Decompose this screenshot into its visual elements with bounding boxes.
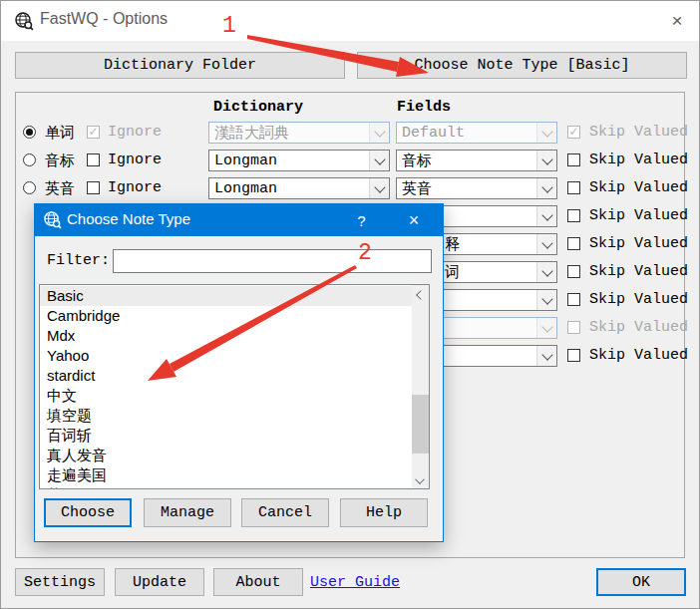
list-item[interactable]: Cambridge [40,306,412,326]
uk-audio-radio-label[interactable]: 英音 [45,179,75,198]
fields-value: 英音 [402,179,432,198]
ignore-checkbox[interactable]: ✓ [87,126,100,139]
window-close-icon[interactable]: × [663,7,691,35]
ignore-label[interactable]: Ignore [108,152,162,168]
phonetic-radio[interactable] [23,153,36,166]
dialog-help-icon[interactable]: ? [339,204,384,236]
fields-value: 音标 [402,152,432,170]
settings-button[interactable]: Settings [15,568,105,596]
choose-note-type-dialog: Choose Note Type ? × Filter: Basic Cambr… [34,203,444,542]
dictionary-combobox[interactable]: 漢語大詞典 [208,122,390,144]
note-type-listbox[interactable]: Basic Cambridge Mdx Yahoo stardict 中文 填空… [39,284,430,489]
skip-valued-checkbox[interactable] [567,265,580,278]
ignore-label[interactable]: Ignore [108,124,162,141]
phonetic-radio-label[interactable]: 音标 [45,152,75,170]
dictionary-value: Longman [214,152,277,169]
skip-valued-checkbox[interactable] [567,293,580,306]
chevron-down-icon [536,290,556,310]
titlebar: FastWQ - Options × [1,1,699,41]
ignore-checkbox[interactable] [87,153,100,166]
scroll-down-icon[interactable] [412,471,429,488]
list-item[interactable]: 真人发音 [40,446,412,465]
list-item[interactable]: stardict [40,366,412,386]
word-radio-label[interactable]: 单词 [45,124,75,143]
list-item[interactable]: Mdx [40,326,412,346]
skip-valued-checkbox[interactable] [567,349,580,362]
fields-value: Default [402,125,465,142]
list-item[interactable]: 英语 [40,485,412,489]
ok-button[interactable]: OK [596,568,686,596]
filter-label: Filter: [47,252,110,269]
skip-valued-label[interactable]: Skip Valued [589,152,688,168]
chevron-down-icon [536,178,556,198]
list-scrollbar[interactable] [412,285,429,488]
fastwq-globe-icon [43,210,62,229]
choose-button[interactable]: Choose [44,498,132,527]
skip-valued-checkbox[interactable]: ✓ [567,126,580,139]
fields-combobox[interactable]: 音标 [396,150,557,171]
chevron-down-icon [536,123,556,143]
user-guide-link[interactable]: User Guide [310,574,400,591]
window-title: FastWQ - Options [40,10,168,28]
chevron-down-icon [536,262,556,282]
dictionary-folder-button[interactable]: Dictionary Folder [15,52,345,79]
list-item[interactable]: 百词斩 [40,426,412,446]
choose-note-type-button[interactable]: Choose Note Type [Basic] [357,52,687,79]
fastwq-globe-icon [14,11,34,31]
dialog-close-icon[interactable]: × [389,204,439,236]
cancel-button[interactable]: Cancel [241,498,329,527]
fields-column-header: Fields [397,99,451,116]
skip-valued-label[interactable]: Skip Valued [589,291,688,308]
chevron-down-icon [369,123,389,143]
ignore-label[interactable]: Ignore [108,179,162,196]
dictionary-combobox[interactable]: Longman [208,177,390,199]
skip-valued-checkbox[interactable] [567,153,580,166]
annotation-step-1: 1 [222,13,236,39]
scroll-up-icon[interactable] [412,285,429,302]
dialog-titlebar: Choose Note Type ? × [35,204,443,236]
skip-valued-label[interactable]: Skip Valued [589,235,688,252]
list-item[interactable]: Yahoo [40,346,412,366]
annotation-step-2: 2 [358,240,372,266]
manage-button[interactable]: Manage [144,498,231,527]
skip-valued-checkbox[interactable] [567,321,580,334]
dictionary-value: Longman [214,180,277,197]
skip-valued-label[interactable]: Skip Valued [589,319,688,336]
help-button[interactable]: Help [340,498,428,527]
chevron-down-icon [536,346,556,366]
dialog-title: Choose Note Type [67,210,190,227]
options-window: FastWQ - Options × Dictionary Folder Cho… [0,0,700,609]
fields-combobox[interactable]: 英音 [396,177,557,199]
list-item[interactable]: 填空题 [40,406,412,426]
dictionary-column-header: Dictionary [213,99,303,116]
dictionary-combobox[interactable]: Longman [208,150,390,171]
list-item[interactable]: 走遍美国 [40,465,412,485]
skip-valued-label[interactable]: Skip Valued [589,263,688,280]
skip-valued-checkbox[interactable] [567,209,580,222]
chevron-down-icon [369,178,389,198]
list-item[interactable]: 中文 [40,386,412,406]
fields-combobox[interactable]: Default [396,122,557,144]
fields-value: 词 [445,263,460,282]
update-button[interactable]: Update [115,568,204,596]
skip-valued-label[interactable]: Skip Valued [589,207,688,224]
skip-valued-checkbox[interactable] [567,181,580,194]
dictionary-value: 漢語大詞典 [214,124,289,143]
ignore-checkbox[interactable] [87,181,100,194]
chevron-down-icon [536,206,556,226]
skip-valued-checkbox[interactable] [567,237,580,250]
about-button[interactable]: About [213,568,303,596]
fields-value: 释 [445,235,460,254]
word-radio[interactable] [23,126,36,139]
chevron-down-icon [369,151,389,170]
uk-audio-radio[interactable] [23,181,36,194]
chevron-down-icon [536,318,556,338]
scrollbar-thumb[interactable] [412,395,429,454]
chevron-down-icon [536,234,556,254]
list-item[interactable]: Basic [40,286,412,306]
chevron-down-icon [536,151,556,170]
skip-valued-label[interactable]: Skip Valued [589,179,688,196]
skip-valued-label[interactable]: Skip Valued [589,124,688,141]
skip-valued-label[interactable]: Skip Valued [589,347,688,364]
filter-input[interactable] [113,249,432,273]
